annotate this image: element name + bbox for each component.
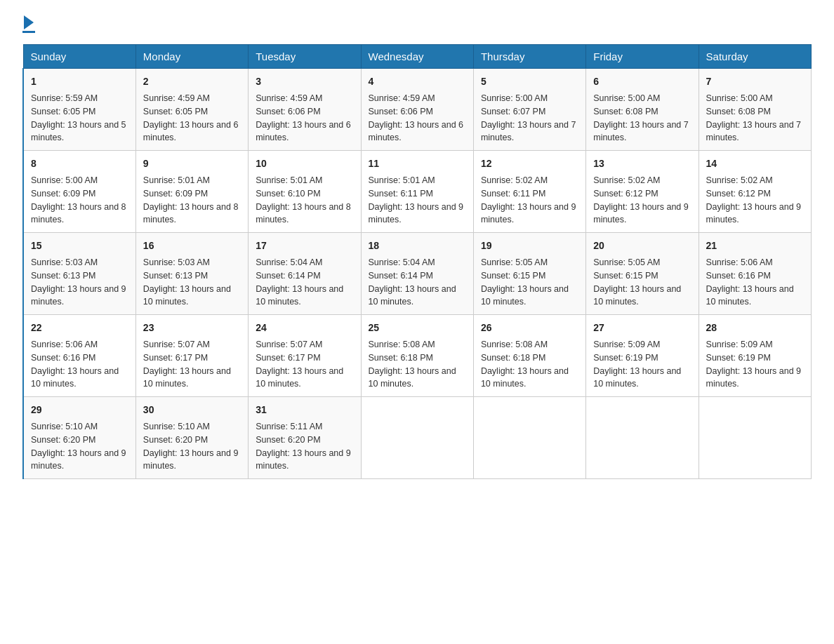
sunset-text: Sunset: 6:20 PM bbox=[256, 435, 320, 445]
daylight-text: Daylight: 13 hours and 9 minutes. bbox=[481, 202, 576, 225]
daylight-text: Daylight: 13 hours and 6 minutes. bbox=[256, 120, 351, 143]
header-tuesday: Tuesday bbox=[249, 45, 361, 69]
calendar-week-2: 8Sunrise: 5:00 AMSunset: 6:09 PMDaylight… bbox=[23, 151, 812, 233]
day-number: 21 bbox=[706, 239, 804, 253]
sunrise-text: Sunrise: 5:05 AM bbox=[481, 257, 548, 267]
daylight-text: Daylight: 13 hours and 10 minutes. bbox=[369, 284, 456, 307]
daylight-text: Daylight: 13 hours and 10 minutes. bbox=[143, 284, 231, 307]
calendar-cell: 29Sunrise: 5:10 AMSunset: 6:20 PMDayligh… bbox=[23, 397, 135, 479]
day-number: 31 bbox=[256, 403, 353, 417]
sunrise-text: Sunrise: 5:59 AM bbox=[31, 93, 98, 103]
daylight-text: Daylight: 13 hours and 10 minutes. bbox=[31, 366, 119, 389]
daylight-text: Daylight: 13 hours and 8 minutes. bbox=[256, 202, 351, 225]
sunrise-text: Sunrise: 5:00 AM bbox=[706, 93, 773, 103]
day-number: 13 bbox=[593, 156, 691, 171]
day-number: 28 bbox=[706, 321, 804, 335]
header-saturday: Saturday bbox=[699, 45, 811, 69]
calendar-cell: 6Sunrise: 5:00 AMSunset: 6:08 PMDaylight… bbox=[586, 69, 699, 151]
calendar-cell bbox=[473, 397, 585, 479]
calendar-cell: 17Sunrise: 5:04 AMSunset: 6:14 PMDayligh… bbox=[249, 233, 361, 315]
daylight-text: Daylight: 13 hours and 9 minutes. bbox=[143, 448, 239, 471]
sunset-text: Sunset: 6:06 PM bbox=[256, 107, 320, 116]
sunset-text: Sunset: 6:13 PM bbox=[31, 271, 95, 281]
header-wednesday: Wednesday bbox=[361, 45, 473, 69]
daylight-text: Daylight: 13 hours and 10 minutes. bbox=[256, 284, 343, 307]
calendar-cell: 7Sunrise: 5:00 AMSunset: 6:08 PMDaylight… bbox=[699, 69, 811, 151]
calendar-cell: 20Sunrise: 5:05 AMSunset: 6:15 PMDayligh… bbox=[586, 233, 699, 315]
day-number: 27 bbox=[593, 321, 691, 335]
sunrise-text: Sunrise: 5:04 AM bbox=[256, 257, 322, 267]
daylight-text: Daylight: 13 hours and 9 minutes. bbox=[31, 448, 126, 471]
sunset-text: Sunset: 6:05 PM bbox=[143, 107, 208, 116]
daylight-text: Daylight: 13 hours and 10 minutes. bbox=[593, 366, 681, 389]
calendar-cell: 27Sunrise: 5:09 AMSunset: 6:19 PMDayligh… bbox=[586, 315, 699, 397]
calendar-cell bbox=[361, 397, 473, 479]
daylight-text: Daylight: 13 hours and 7 minutes. bbox=[706, 120, 802, 143]
calendar-header-row: SundayMondayTuesdayWednesdayThursdayFrid… bbox=[23, 45, 812, 69]
sunset-text: Sunset: 6:07 PM bbox=[481, 107, 545, 116]
calendar-cell: 25Sunrise: 5:08 AMSunset: 6:18 PMDayligh… bbox=[361, 315, 473, 397]
daylight-text: Daylight: 13 hours and 10 minutes. bbox=[481, 284, 569, 307]
sunset-text: Sunset: 6:20 PM bbox=[31, 435, 95, 445]
daylight-text: Daylight: 13 hours and 9 minutes. bbox=[706, 202, 802, 225]
calendar-cell: 14Sunrise: 5:02 AMSunset: 6:12 PMDayligh… bbox=[699, 151, 811, 233]
daylight-text: Daylight: 13 hours and 7 minutes. bbox=[593, 120, 689, 143]
sunset-text: Sunset: 6:20 PM bbox=[143, 435, 208, 445]
calendar-cell: 16Sunrise: 5:03 AMSunset: 6:13 PMDayligh… bbox=[135, 233, 248, 315]
calendar-cell: 15Sunrise: 5:03 AMSunset: 6:13 PMDayligh… bbox=[23, 233, 135, 315]
calendar-cell: 18Sunrise: 5:04 AMSunset: 6:14 PMDayligh… bbox=[361, 233, 473, 315]
calendar-cell: 12Sunrise: 5:02 AMSunset: 6:11 PMDayligh… bbox=[473, 151, 585, 233]
day-number: 26 bbox=[481, 321, 578, 335]
logo-underline bbox=[22, 31, 35, 33]
calendar-cell: 5Sunrise: 5:00 AMSunset: 6:07 PMDaylight… bbox=[473, 69, 585, 151]
daylight-text: Daylight: 13 hours and 9 minutes. bbox=[593, 202, 689, 225]
sunset-text: Sunset: 6:08 PM bbox=[593, 107, 658, 116]
sunrise-text: Sunrise: 5:01 AM bbox=[369, 175, 435, 185]
calendar-cell: 2Sunrise: 4:59 AMSunset: 6:05 PMDaylight… bbox=[135, 69, 248, 151]
sunset-text: Sunset: 6:13 PM bbox=[143, 271, 208, 281]
sunrise-text: Sunrise: 5:00 AM bbox=[31, 175, 98, 185]
day-number: 29 bbox=[31, 403, 128, 417]
day-number: 6 bbox=[593, 74, 691, 89]
sunset-text: Sunset: 6:17 PM bbox=[143, 353, 208, 363]
calendar-cell: 24Sunrise: 5:07 AMSunset: 6:17 PMDayligh… bbox=[249, 315, 361, 397]
sunset-text: Sunset: 6:15 PM bbox=[593, 271, 658, 281]
day-number: 7 bbox=[706, 74, 804, 89]
calendar-cell: 23Sunrise: 5:07 AMSunset: 6:17 PMDayligh… bbox=[135, 315, 248, 397]
calendar-cell: 22Sunrise: 5:06 AMSunset: 6:16 PMDayligh… bbox=[23, 315, 135, 397]
day-number: 9 bbox=[143, 156, 241, 171]
daylight-text: Daylight: 13 hours and 6 minutes. bbox=[369, 120, 464, 143]
sunset-text: Sunset: 6:16 PM bbox=[706, 271, 771, 281]
daylight-text: Daylight: 13 hours and 6 minutes. bbox=[143, 120, 239, 143]
sunrise-text: Sunrise: 4:59 AM bbox=[256, 93, 322, 103]
calendar-cell bbox=[586, 397, 699, 479]
calendar-week-3: 15Sunrise: 5:03 AMSunset: 6:13 PMDayligh… bbox=[23, 233, 812, 315]
daylight-text: Daylight: 13 hours and 9 minutes. bbox=[706, 366, 802, 389]
calendar-cell: 31Sunrise: 5:11 AMSunset: 6:20 PMDayligh… bbox=[249, 397, 361, 479]
sunrise-text: Sunrise: 5:05 AM bbox=[593, 257, 660, 267]
day-number: 25 bbox=[369, 321, 466, 335]
day-number: 18 bbox=[369, 239, 466, 253]
sunrise-text: Sunrise: 5:10 AM bbox=[31, 422, 98, 431]
day-number: 3 bbox=[256, 74, 353, 89]
day-number: 1 bbox=[31, 74, 128, 89]
header-thursday: Thursday bbox=[473, 45, 585, 69]
sunrise-text: Sunrise: 5:07 AM bbox=[256, 340, 322, 349]
sunset-text: Sunset: 6:05 PM bbox=[31, 107, 95, 116]
sunset-text: Sunset: 6:19 PM bbox=[706, 353, 771, 363]
day-number: 4 bbox=[369, 74, 466, 89]
sunset-text: Sunset: 6:15 PM bbox=[481, 271, 545, 281]
calendar-week-4: 22Sunrise: 5:06 AMSunset: 6:16 PMDayligh… bbox=[23, 315, 812, 397]
calendar-cell bbox=[699, 397, 811, 479]
sunrise-text: Sunrise: 5:09 AM bbox=[706, 340, 773, 349]
sunrise-text: Sunrise: 5:09 AM bbox=[593, 340, 660, 349]
daylight-text: Daylight: 13 hours and 8 minutes. bbox=[143, 202, 239, 225]
sunset-text: Sunset: 6:11 PM bbox=[369, 189, 433, 199]
sunrise-text: Sunrise: 5:04 AM bbox=[369, 257, 435, 267]
day-number: 24 bbox=[256, 321, 353, 335]
daylight-text: Daylight: 13 hours and 7 minutes. bbox=[481, 120, 576, 143]
sunrise-text: Sunrise: 5:07 AM bbox=[143, 340, 210, 349]
page-header bbox=[22, 17, 812, 33]
calendar-table: SundayMondayTuesdayWednesdayThursdayFrid… bbox=[22, 44, 812, 479]
daylight-text: Daylight: 13 hours and 9 minutes. bbox=[369, 202, 464, 225]
